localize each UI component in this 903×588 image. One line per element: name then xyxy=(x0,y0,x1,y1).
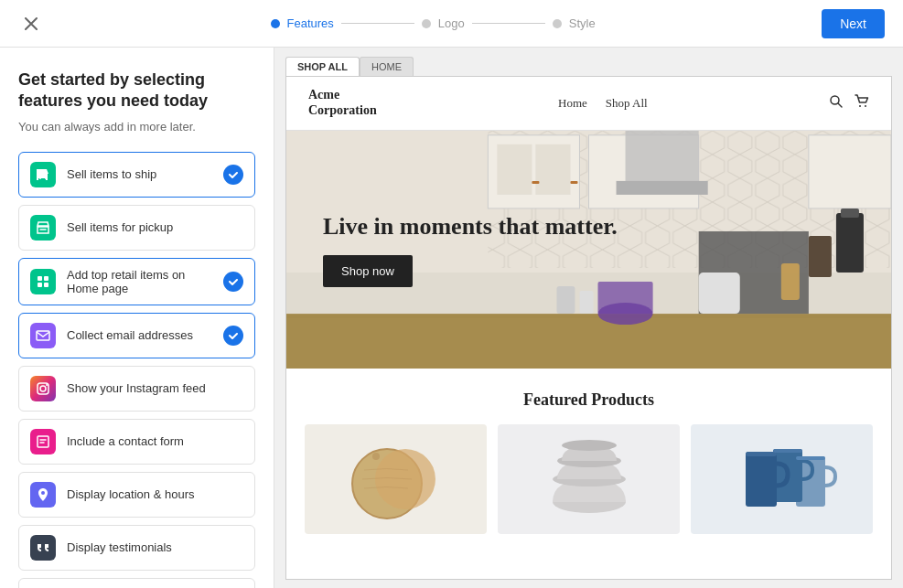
feature-testimonials[interactable]: Display testimonials xyxy=(18,525,255,571)
feature-top-retail-check xyxy=(223,272,243,292)
mock-logo: AcmeCorporation xyxy=(308,88,377,119)
feature-location[interactable]: Display location & hours xyxy=(18,472,255,518)
step-line-1 xyxy=(341,23,414,24)
feature-sell-ship-label: Sell items to ship xyxy=(67,167,212,181)
step-style-dot xyxy=(553,19,562,28)
svg-point-40 xyxy=(375,449,435,509)
svg-point-11 xyxy=(859,105,861,107)
feature-location-icon xyxy=(30,482,56,508)
step-features: Features xyxy=(271,16,334,30)
mock-nav-links: Home Shop All xyxy=(558,96,648,111)
feature-location-label: Display location & hours xyxy=(67,487,243,501)
feature-email-check xyxy=(223,326,243,346)
hero-section: Live in moments that matter. Shop now xyxy=(286,131,891,369)
svg-point-39 xyxy=(372,453,380,460)
svg-rect-33 xyxy=(699,273,740,314)
step-logo: Logo xyxy=(422,16,465,30)
feature-testimonials-label: Display testimonials xyxy=(67,540,243,554)
svg-rect-36 xyxy=(781,263,800,300)
feature-top-retail[interactable]: Add top retail items on Home page xyxy=(18,258,255,305)
featured-section: Featured Products xyxy=(286,369,891,556)
top-bar: Features Logo Style Next xyxy=(0,0,903,48)
feature-sell-pickup-label: Sell items for pickup xyxy=(67,220,243,234)
step-style: Style xyxy=(553,16,596,30)
feature-contact-icon xyxy=(30,429,56,454)
feature-favorite[interactable]: T Highlight a favorite item xyxy=(18,578,255,588)
hero-title: Live in moments that matter. xyxy=(323,212,618,241)
step-logo-dot xyxy=(422,19,431,28)
svg-rect-4 xyxy=(37,331,49,340)
featured-products-title: Featured Products xyxy=(305,390,873,410)
step-features-dot xyxy=(271,19,280,28)
feature-email-label: Collect email addresses xyxy=(67,328,212,342)
search-icon xyxy=(829,94,844,112)
feature-instagram-icon xyxy=(30,376,56,401)
feature-email-icon xyxy=(30,323,56,348)
product-card-mugs[interactable] xyxy=(691,424,873,534)
step-style-label: Style xyxy=(569,16,596,30)
feature-contact-label: Include a contact form xyxy=(67,434,243,448)
svg-rect-2 xyxy=(38,283,42,287)
product-image-mugs xyxy=(691,424,873,534)
svg-rect-50 xyxy=(796,456,825,460)
product-image-cutting-board xyxy=(305,424,487,534)
panel-subtitle: You can always add in more later. xyxy=(18,120,255,134)
feature-instagram[interactable]: Show your Instagram feed xyxy=(18,366,255,412)
feature-sell-pickup[interactable]: Sell items for pickup xyxy=(18,205,255,251)
svg-rect-28 xyxy=(836,213,864,273)
svg-rect-47 xyxy=(746,452,777,507)
svg-point-7 xyxy=(46,384,48,386)
svg-rect-22 xyxy=(626,131,699,186)
right-panel: SHOP ALL HOME AcmeCorporation Home Shop … xyxy=(274,48,903,588)
svg-rect-8 xyxy=(38,436,48,447)
svg-rect-1 xyxy=(44,276,48,281)
panel-title: Get started by selecting features you ne… xyxy=(18,69,255,112)
preview-tab-home[interactable]: HOME xyxy=(360,57,414,76)
svg-rect-26 xyxy=(532,180,539,183)
nav-link-home: Home xyxy=(558,96,587,111)
feature-testimonials-icon xyxy=(30,535,56,561)
svg-rect-30 xyxy=(809,236,832,277)
preview-tabs: SHOP ALL HOME xyxy=(274,48,903,76)
feature-top-retail-icon xyxy=(30,269,56,294)
next-button[interactable]: Next xyxy=(822,9,885,38)
svg-rect-25 xyxy=(809,134,891,208)
feature-email[interactable]: Collect email addresses xyxy=(18,313,255,358)
svg-rect-3 xyxy=(44,283,48,287)
feature-sell-ship-check xyxy=(223,165,243,185)
hero-shop-now-button[interactable]: Shop now xyxy=(323,255,413,287)
svg-point-6 xyxy=(40,386,46,391)
preview-tab-shop-all[interactable]: SHOP ALL xyxy=(285,57,360,76)
mock-nav: AcmeCorporation Home Shop All xyxy=(286,77,891,131)
product-grid xyxy=(305,424,873,534)
svg-rect-27 xyxy=(570,180,577,183)
nav-link-shop-all: Shop All xyxy=(606,96,648,111)
svg-rect-48 xyxy=(746,452,777,456)
close-button[interactable] xyxy=(18,11,44,37)
preview-frame: AcmeCorporation Home Shop All xyxy=(285,76,892,580)
feature-sell-pickup-icon xyxy=(30,215,56,241)
main-layout: Get started by selecting features you ne… xyxy=(0,48,903,588)
feature-contact[interactable]: Include a contact form xyxy=(18,419,255,465)
feature-sell-ship[interactable]: Sell items to ship xyxy=(18,152,255,198)
product-image-bowls xyxy=(498,424,680,534)
hero-content: Live in moments that matter. Shop now xyxy=(323,212,618,287)
svg-point-12 xyxy=(865,105,866,107)
cart-icon xyxy=(855,94,869,112)
svg-rect-34 xyxy=(556,286,575,314)
svg-rect-20 xyxy=(535,144,570,194)
step-logo-label: Logo xyxy=(438,16,465,30)
svg-rect-35 xyxy=(579,291,593,314)
step-line-2 xyxy=(472,23,545,24)
product-card-bowls[interactable] xyxy=(498,424,680,534)
feature-top-retail-label: Add top retail items on Home page xyxy=(67,268,212,295)
product-card-cutting-board[interactable] xyxy=(305,424,487,534)
step-features-label: Features xyxy=(287,16,334,30)
left-panel: Get started by selecting features you ne… xyxy=(0,48,274,588)
svg-rect-0 xyxy=(38,276,42,281)
svg-point-44 xyxy=(562,440,617,451)
svg-rect-17 xyxy=(286,314,891,369)
steps-nav: Features Logo Style xyxy=(44,16,822,30)
svg-rect-19 xyxy=(497,144,532,194)
feature-sell-ship-icon xyxy=(30,162,56,187)
